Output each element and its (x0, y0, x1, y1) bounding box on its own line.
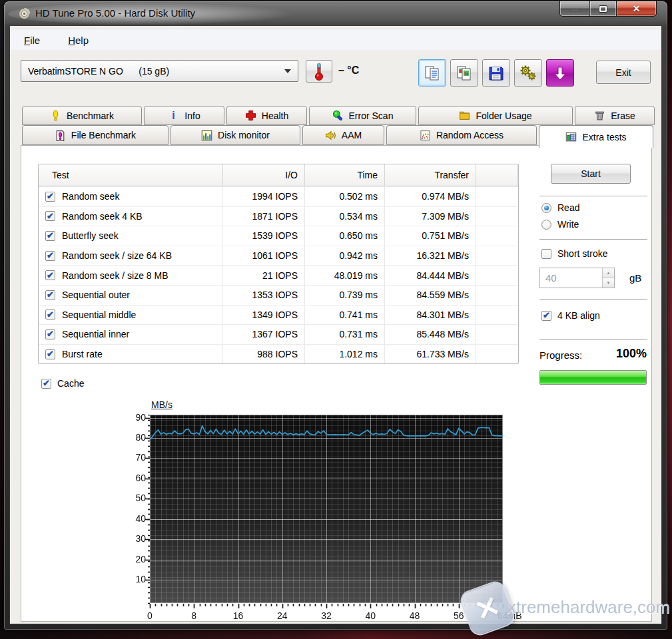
options-icon (519, 64, 537, 83)
menu-bar: File Help (11, 30, 661, 50)
y-tick-label: 30 (123, 533, 146, 544)
cache-label: Cache (57, 378, 84, 389)
thermometer-icon (314, 62, 324, 81)
title-bar[interactable]: HD Tune Pro 5.00 - Hard Disk Utility ✕ (4, 1, 667, 25)
time-value: 48.019 ms (305, 266, 385, 285)
tab-health[interactable]: Health (226, 106, 307, 125)
tab-random-access[interactable]: Random Access (386, 125, 537, 145)
test-checkbox[interactable]: ✔ (45, 290, 55, 300)
test-checkbox[interactable]: ✔ (45, 231, 55, 241)
y-tick-label: 10 (123, 574, 146, 584)
tab-benchmark[interactable]: Benchmark (22, 106, 142, 125)
tab-folder-usage[interactable]: Folder Usage (418, 106, 573, 125)
short-stroke-checkbox-box[interactable]: ✔ (541, 249, 551, 259)
exit-button[interactable]: Exit (596, 61, 651, 84)
x-tick-label: 8 (191, 610, 196, 621)
random-access-icon (420, 130, 431, 141)
transfer-value: 16.321 MB/s (385, 246, 476, 266)
tab-info[interactable]: iInfo (144, 106, 224, 125)
io-value: 1353 IOPS (223, 286, 305, 305)
desktop: HD Tune Pro 5.00 - Hard Disk Utility ✕ F… (0, 0, 672, 639)
align-checkbox-box[interactable]: ✔ (541, 311, 551, 321)
write-radio[interactable]: Write (541, 219, 579, 230)
tab-strip-row2: File BenchmarkDisk monitorAAMRandom Acce… (22, 125, 653, 145)
copy-text-button[interactable] (418, 59, 446, 87)
tab-file-benchmark[interactable]: File Benchmark (22, 125, 168, 145)
table-row: ✔Butterfly seek1539 IOPS0.650 ms0.751 MB… (39, 226, 518, 246)
start-button[interactable]: Start (551, 164, 631, 184)
drive-select-dropdown[interactable]: VerbatimSTORE N GO (15 gB) (21, 60, 298, 82)
write-radio-circle[interactable] (541, 220, 551, 230)
transfer-value: 84.559 MB/s (385, 286, 476, 305)
y-tick-label: 60 (123, 473, 146, 483)
minimize-button[interactable] (559, 1, 590, 17)
start-label: Start (581, 168, 601, 179)
test-name: Butterfly seek (62, 230, 119, 241)
transfer-value: 84.301 MB/s (385, 306, 476, 325)
transfer-value: 85.448 MB/s (385, 325, 476, 344)
tab-aam[interactable]: AAM (302, 125, 384, 145)
test-checkbox[interactable]: ✔ (45, 192, 55, 202)
io-value: 1061 IOPS (223, 246, 305, 266)
cache-checkbox-box[interactable]: ✔ (41, 379, 51, 389)
stroke-size-value[interactable]: 40 (540, 268, 602, 288)
temperature-button[interactable] (306, 60, 332, 83)
test-checkbox[interactable]: ✔ (45, 349, 55, 359)
align-checkbox[interactable]: ✔ 4 KB align (541, 310, 600, 321)
tab-disk-monitor[interactable]: Disk monitor (170, 125, 300, 145)
menu-file[interactable]: File (20, 33, 44, 47)
transfer-value: 0.974 MB/s (385, 187, 476, 206)
table-row: ✔Sequential outer1353 IOPS0.739 ms84.559… (39, 285, 518, 305)
options-button[interactable] (514, 59, 542, 87)
read-radio-circle[interactable] (541, 203, 551, 213)
svg-text:i: i (172, 110, 175, 121)
tab-label: Random Access (436, 130, 504, 140)
test-checkbox[interactable]: ✔ (45, 329, 55, 339)
maximize-button[interactable] (590, 1, 617, 17)
align-label: 4 KB align (557, 310, 600, 321)
separator (539, 196, 647, 197)
desktop-wallpaper-bottom (0, 630, 672, 639)
progress-value: 100% (539, 347, 647, 361)
caption-buttons: ✕ (559, 1, 657, 17)
tab-extra-tests[interactable]: Extra tests (539, 125, 653, 148)
test-checkbox[interactable]: ✔ (45, 211, 55, 221)
test-name: Random seek 4 KB (62, 211, 143, 222)
client-area: File Help VerbatimSTORE N GO (15 gB) – °… (9, 25, 662, 624)
close-icon: ✕ (633, 3, 641, 14)
menu-help[interactable]: Help (64, 33, 93, 47)
close-button[interactable]: ✕ (617, 1, 657, 17)
chart-y-unit-label: MB/s (151, 399, 172, 410)
copy-image-button[interactable] (450, 59, 478, 87)
tab-error-scan[interactable]: Error Scan (309, 106, 416, 125)
benchmark-icon (50, 110, 61, 121)
io-value: 1871 IOPS (223, 207, 305, 226)
extra-tests-icon (565, 131, 577, 142)
x-tick-label: 24 (277, 610, 288, 621)
y-tick-label: 40 (123, 513, 146, 524)
test-checkbox[interactable]: ✔ (45, 251, 55, 261)
health-icon (245, 110, 256, 121)
test-name: Sequential middle (62, 310, 136, 320)
x-tick-label: 32 (321, 610, 332, 621)
save-button[interactable] (482, 59, 510, 87)
x-tick-label: 16 (233, 610, 244, 621)
read-radio[interactable]: Read (541, 202, 579, 213)
stroke-size-stepper[interactable]: 40 ▲ ▼ (539, 268, 615, 288)
table-row: ✔Random seek 4 KB1871 IOPS0.534 ms7.309 … (39, 206, 518, 226)
x-tick-label: 40 (365, 610, 376, 621)
spinner-down-icon[interactable]: ▼ (603, 278, 614, 288)
test-checkbox[interactable]: ✔ (45, 310, 55, 320)
table-row: ✔Sequential inner1367 IOPS0.731 ms85.448… (39, 324, 518, 344)
col-test: Test (39, 164, 223, 186)
download-button[interactable] (546, 59, 574, 87)
short-stroke-checkbox[interactable]: ✔ Short stroke (541, 248, 607, 259)
maximize-icon (599, 6, 607, 12)
table-row: ✔Sequential middle1349 IOPS0.741 ms84.30… (39, 305, 518, 325)
test-name: Sequential inner (62, 329, 129, 339)
test-checkbox[interactable]: ✔ (45, 270, 55, 280)
spinner-up-icon[interactable]: ▲ (603, 268, 614, 278)
tab-erase[interactable]: Erase (575, 106, 655, 125)
cache-checkbox[interactable]: ✔ Cache (41, 378, 84, 389)
x-tick-label: 48 (410, 610, 420, 621)
